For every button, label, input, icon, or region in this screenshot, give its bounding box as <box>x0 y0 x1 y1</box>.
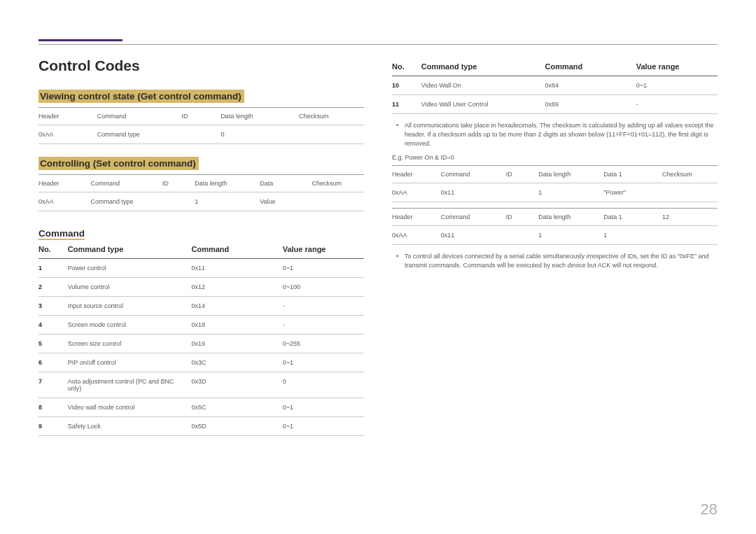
td <box>299 125 364 144</box>
td: Video Wall User Control <box>421 95 545 114</box>
td <box>506 183 539 202</box>
td: 0x12 <box>192 278 283 297</box>
th-range: Value range <box>283 240 364 259</box>
td: Screen size control <box>68 335 192 353</box>
page-number: 28 <box>701 500 718 519</box>
td: 0~1 <box>283 259 364 278</box>
td: PIP on/off control <box>68 353 192 372</box>
td: Screen mode control <box>68 316 192 335</box>
td: 1 <box>38 259 68 278</box>
td: 0 <box>220 125 299 144</box>
td <box>312 192 364 211</box>
th: Data length <box>195 175 260 192</box>
table-row: 7Auto adjustment control (PC and BNC onl… <box>38 372 364 398</box>
section-heading-viewing: Viewing control state (Get control comma… <box>38 90 244 103</box>
td: 0~1 <box>636 76 718 95</box>
section-heading-controlling: Controlling (Set control command) <box>38 157 199 170</box>
th: Checksum <box>299 108 364 125</box>
td: Input source control <box>68 297 192 316</box>
td <box>162 192 195 211</box>
td <box>662 226 718 245</box>
th: ID <box>506 209 539 226</box>
th-no: No. <box>392 57 421 76</box>
table-row: 6PIP on/off control0x3C0~1 <box>38 353 364 372</box>
td: "Power" <box>603 183 662 202</box>
td: Power control <box>68 259 192 278</box>
th: Command <box>441 166 506 183</box>
td: 0x84 <box>545 76 636 95</box>
th: Data <box>260 175 312 192</box>
td: 8 <box>38 398 68 417</box>
example-label: E.g. Power On & ID=0 <box>392 154 718 161</box>
td: - <box>283 297 364 316</box>
th: Data length <box>220 108 299 125</box>
section-heading-command: Command <box>38 228 85 240</box>
td: 0xAA <box>38 125 97 144</box>
td: 9 <box>38 417 68 436</box>
note-list: All communications take place in hexadec… <box>392 121 718 148</box>
td: 11 <box>392 95 421 114</box>
th-cmd: Command <box>545 57 636 76</box>
th-type: Command type <box>68 240 192 259</box>
td: 0x5C <box>192 398 283 417</box>
table-row: 4Screen mode control0x18- <box>38 316 364 335</box>
td: 0x11 <box>441 226 506 245</box>
td: 7 <box>38 372 68 398</box>
td: 0~1 <box>283 398 364 417</box>
chapter-bar <box>38 39 122 41</box>
td: 1 <box>538 183 603 202</box>
td: Value <box>260 192 312 211</box>
th: Data 1 <box>603 166 662 183</box>
td: 5 <box>38 335 68 353</box>
th: Data 1 <box>603 209 662 226</box>
note-list-2: To control all devices connected by a se… <box>392 252 718 270</box>
th: 12 <box>662 209 718 226</box>
td: 0x19 <box>192 335 283 353</box>
table-example-2: Header Command ID Data length Data 1 12 … <box>392 208 718 245</box>
td: 3 <box>38 297 68 316</box>
td: 0xAA <box>38 192 90 211</box>
td: 1 <box>538 226 603 245</box>
td: 0x14 <box>192 297 283 316</box>
td: 0x89 <box>545 95 636 114</box>
table-row: 2Volume control0x120~100 <box>38 278 364 297</box>
table-controlling: Header Command ID Data length Data Check… <box>38 174 364 211</box>
td: 0x11 <box>441 183 506 202</box>
td: - <box>283 316 364 335</box>
th: Checksum <box>662 166 718 183</box>
th: Header <box>392 166 441 183</box>
table-row: 11Video Wall User Control0x89- <box>392 95 718 114</box>
td: 0x18 <box>192 316 283 335</box>
th: Header <box>38 108 97 125</box>
th: ID <box>182 108 221 125</box>
td: 0x11 <box>192 259 283 278</box>
th-no: No. <box>38 240 68 259</box>
td: 0~1 <box>283 417 364 436</box>
td <box>182 125 221 144</box>
th: Data length <box>538 209 603 226</box>
table-row: 10Video Wall On0x840~1 <box>392 76 718 95</box>
left-column: Control Codes Viewing control state (Get… <box>38 57 364 436</box>
td: Command type <box>90 192 162 211</box>
th: Data length <box>538 166 603 183</box>
td <box>662 183 718 202</box>
th-range: Value range <box>636 57 718 76</box>
td: Auto adjustment control (PC and BNC only… <box>68 372 192 398</box>
th: ID <box>162 175 195 192</box>
th: Command <box>90 175 162 192</box>
table-row: 1Power control0x110~1 <box>38 259 364 278</box>
th: Header <box>392 209 441 226</box>
th: Command <box>441 209 506 226</box>
table-command-right: No. Command type Command Value range 10V… <box>392 57 718 114</box>
td: 0~100 <box>283 278 364 297</box>
table-row: 9Safety Lock0x5D0~1 <box>38 417 364 436</box>
td: 0x3D <box>192 372 283 398</box>
td: 6 <box>38 353 68 372</box>
table-viewing: Header Command ID Data length Checksum 0… <box>38 107 364 144</box>
page-title: Control Codes <box>38 57 364 74</box>
th: Header <box>38 175 90 192</box>
td: 0 <box>283 372 364 398</box>
td: 0~1 <box>283 353 364 372</box>
td: 1 <box>195 192 260 211</box>
td: 0xAA <box>392 183 441 202</box>
